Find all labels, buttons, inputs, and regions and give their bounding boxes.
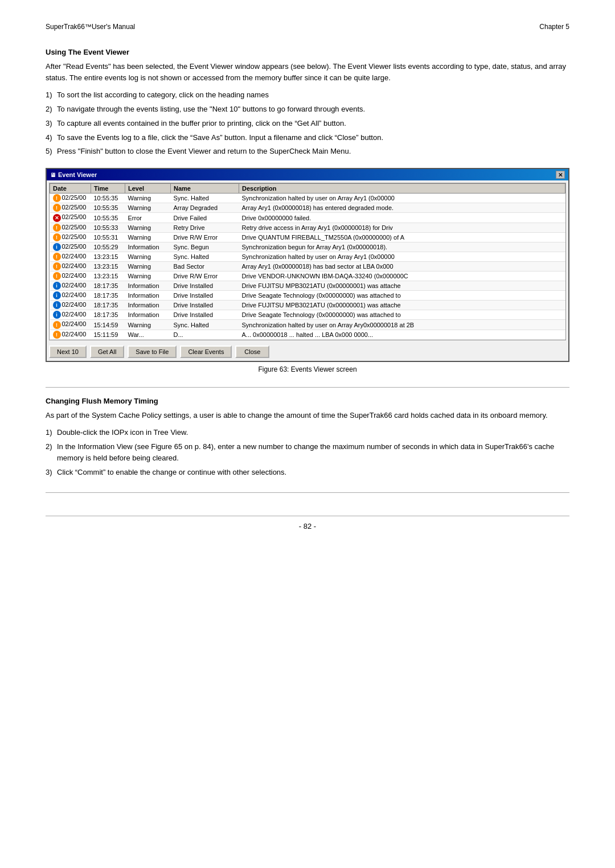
cell-time: 15:11:59 (91, 330, 125, 339)
cell-date: !02/24/00 (50, 320, 91, 330)
cell-level: Warning (125, 320, 171, 330)
cell-name: Retry Drive (171, 223, 239, 232)
cell-date: !02/25/00 (50, 223, 91, 232)
info-icon: i (53, 311, 61, 319)
table-row: !02/24/00 13:23:15 Warning Bad Sector Ar… (50, 261, 565, 271)
col-time[interactable]: Time (91, 184, 125, 194)
header-right: Chapter 5 (539, 23, 569, 31)
get-all-button[interactable]: Get All (90, 345, 124, 358)
table-row: !02/25/00 10:55:35 Warning Array Degrade… (50, 203, 565, 213)
list-item: To save the Events log to a file, click … (57, 132, 569, 144)
warning-icon: ! (53, 321, 61, 329)
cell-desc: Drive 0x00000000 failed. (239, 213, 565, 223)
cell-date: !02/24/00 (50, 271, 91, 281)
error-icon: ✕ (53, 214, 61, 222)
cell-desc: Array Ary1 (0x00000018) has bad sector a… (239, 261, 565, 271)
warning-icon: ! (53, 253, 61, 261)
col-date[interactable]: Date (50, 184, 91, 194)
cell-time: 18:17:35 (91, 291, 125, 301)
cell-level: Information (125, 301, 171, 310)
cell-name: Drive R/W Error (171, 271, 239, 281)
ev-close-icon[interactable]: ✕ (556, 171, 565, 179)
section1-body: After "Read Events" has been selected, t… (46, 61, 569, 84)
cell-level: War... (125, 330, 171, 339)
ev-table-area: Date Time Level Name Description !02/25/… (49, 183, 566, 340)
cell-date: !02/25/00 (50, 203, 91, 213)
ev-window-icon: 🖥 (50, 172, 56, 178)
info-icon: i (53, 291, 61, 299)
header-left: SuperTrak66™User's Manual (46, 23, 135, 31)
cell-time: 10:55:35 (91, 213, 125, 223)
list-item: Press "Finish" button to close the Event… (57, 146, 569, 158)
cell-date: i02/25/00 (50, 242, 91, 252)
cell-desc: Synchronization halted by user on Array … (239, 252, 565, 261)
cell-desc: Drive QUANTUM FIREBALL_TM2550A (0x000000… (239, 232, 565, 242)
cell-level: Warning (125, 223, 171, 232)
footer: - 82 - (46, 516, 569, 530)
cell-level: Warning (125, 271, 171, 281)
table-row: !02/24/00 13:23:15 Warning Sync. Halted … (50, 252, 565, 261)
cell-level: Information (125, 242, 171, 252)
cell-level: Warning (125, 261, 171, 271)
ev-table-body: !02/25/00 10:55:35 Warning Sync. Halted … (50, 194, 565, 339)
table-row: ✕02/25/00 10:55:35 Error Drive Failed Dr… (50, 213, 565, 223)
cell-name: Sync. Halted (171, 320, 239, 330)
col-name[interactable]: Name (171, 184, 239, 194)
list-item: Click “Commit” to enable the change or c… (57, 467, 569, 479)
table-row: !02/24/00 15:14:59 Warning Sync. Halted … (50, 320, 565, 330)
cell-desc: Synchronization halted by user on Array … (239, 194, 565, 203)
section1-list: To sort the list according to category, … (57, 89, 569, 158)
cell-desc: Drive FUJITSU MPB3021ATU (0x00000001) wa… (239, 281, 565, 291)
warning-icon: ! (53, 233, 61, 241)
cell-name: Drive Failed (171, 213, 239, 223)
cell-time: 18:17:35 (91, 281, 125, 291)
cell-level: Warning (125, 203, 171, 213)
cell-name: Drive Installed (171, 301, 239, 310)
cell-name: Sync. Halted (171, 252, 239, 261)
ev-table-header: Date Time Level Name Description (50, 184, 565, 194)
warning-icon: ! (53, 194, 61, 202)
cell-time: 10:55:31 (91, 232, 125, 242)
cell-level: Information (125, 281, 171, 291)
cell-date: i02/24/00 (50, 301, 91, 310)
section2-list: Double-click the IOPx icon in Tree View.… (57, 427, 569, 479)
cell-time: 18:17:35 (91, 310, 125, 320)
ev-window-title: Event Viewer (58, 171, 97, 178)
figure-caption: Figure 63: Events Viewer screen (46, 365, 569, 373)
cell-date: i02/24/00 (50, 291, 91, 301)
table-row: !02/24/00 15:11:59 War... D... A... 0x00… (50, 330, 565, 339)
list-item: Double-click the IOPx icon in Tree View. (57, 427, 569, 439)
col-level[interactable]: Level (125, 184, 171, 194)
cell-name: Drive Installed (171, 291, 239, 301)
event-viewer-window: 🖥 Event Viewer ✕ Date Time Level Name De… (46, 168, 569, 361)
cell-desc: Retry drive access in Array Ary1 (0x0000… (239, 223, 565, 232)
cell-date: !02/24/00 (50, 252, 91, 261)
cell-level: Information (125, 310, 171, 320)
table-row: !02/24/00 13:23:15 Warning Drive R/W Err… (50, 271, 565, 281)
cell-time: 13:23:15 (91, 261, 125, 271)
cell-level: Information (125, 291, 171, 301)
table-row: i02/24/00 18:17:35 Information Drive Ins… (50, 301, 565, 310)
save-to-file-button[interactable]: Save to File (128, 345, 177, 358)
cell-desc: Drive VENDOR-UNKNOWN IBM-DAQA-33240 (0x0… (239, 271, 565, 281)
ev-titlebar: 🖥 Event Viewer ✕ (47, 169, 568, 180)
section1-title: Using The Event Viewer (46, 48, 569, 56)
cell-date: !02/24/00 (50, 261, 91, 271)
cell-desc: Array Ary1 (0x00000018) has entered degr… (239, 203, 565, 213)
clear-events-button[interactable]: Clear Events (180, 345, 232, 358)
close-button[interactable]: Close (235, 345, 269, 358)
cell-name: Sync. Halted (171, 194, 239, 203)
cell-time: 10:55:35 (91, 203, 125, 213)
cell-desc: A... 0x00000018 ... halted ... LBA 0x000… (239, 330, 565, 339)
cell-desc: Drive Seagate Technology (0x00000000) wa… (239, 310, 565, 320)
list-item: To sort the list according to category, … (57, 89, 569, 101)
cell-level: Warning (125, 252, 171, 261)
cell-date: ✕02/25/00 (50, 213, 91, 223)
table-row: i02/24/00 18:17:35 Information Drive Ins… (50, 310, 565, 320)
next-10-button[interactable]: Next 10 (49, 345, 87, 358)
col-desc[interactable]: Description (239, 184, 565, 194)
table-row: !02/25/00 10:55:35 Warning Sync. Halted … (50, 194, 565, 203)
section2-title: Changing Flush Memory Timing (46, 397, 569, 405)
ev-titlebar-left: 🖥 Event Viewer (50, 171, 97, 178)
cell-desc: Drive FUJITSU MPB3021ATU (0x00000001) wa… (239, 301, 565, 310)
